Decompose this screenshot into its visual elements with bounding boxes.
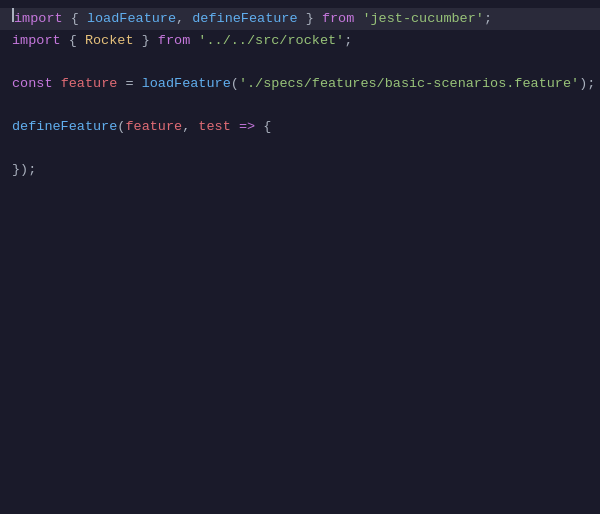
token-string-feature-path: './specs/features/basic-scenarios.featur… bbox=[239, 73, 579, 95]
code-line-2: import { Rocket } from '../../src/rocket… bbox=[0, 30, 600, 52]
token-from-2: from bbox=[158, 30, 190, 52]
token-paren-close-semi: ); bbox=[579, 73, 595, 95]
code-line-6: defineFeature(feature, test => { bbox=[0, 116, 600, 138]
token-space-2 bbox=[190, 30, 198, 52]
token-test-arg: test bbox=[198, 116, 230, 138]
token-paren-open: ( bbox=[231, 73, 239, 95]
token-brace-close-2: } bbox=[134, 30, 158, 52]
code-line-5 bbox=[0, 94, 600, 116]
token-definefeature: defineFeature bbox=[192, 8, 297, 30]
token-string-rocket: '../../src/rocket' bbox=[198, 30, 344, 52]
token-plain-2: { bbox=[61, 30, 85, 52]
code-line-8: }); bbox=[0, 159, 600, 181]
token-close-block: }); bbox=[12, 159, 36, 181]
token-const: const bbox=[12, 73, 53, 95]
token-assign: = bbox=[117, 73, 141, 95]
code-line-4: const feature = loadFeature('./specs/fea… bbox=[0, 73, 600, 95]
token-definefeature-call: defineFeature bbox=[12, 116, 117, 138]
token-import-1: import bbox=[14, 8, 63, 30]
token-feature-arg: feature bbox=[125, 116, 182, 138]
token-semi-2: ; bbox=[344, 30, 352, 52]
token-paren-open-2: ( bbox=[117, 116, 125, 138]
code-editor: import { loadFeature, defineFeature } fr… bbox=[0, 0, 600, 514]
token-space-3 bbox=[53, 73, 61, 95]
token-semi-1: ; bbox=[484, 8, 492, 30]
code-line-1: import { loadFeature, defineFeature } fr… bbox=[0, 8, 600, 30]
token-arrow: => bbox=[239, 116, 255, 138]
token-import-2: import bbox=[12, 30, 61, 52]
token-space-arrow bbox=[231, 116, 239, 138]
token-plain: { bbox=[63, 8, 87, 30]
token-space-brace: { bbox=[255, 116, 271, 138]
token-feature-var: feature bbox=[61, 73, 118, 95]
token-comma-2: , bbox=[182, 116, 198, 138]
token-loadfeature: loadFeature bbox=[87, 8, 176, 30]
code-line-7 bbox=[0, 138, 600, 160]
token-space-1 bbox=[354, 8, 362, 30]
token-from-1: from bbox=[322, 8, 354, 30]
token-rocket: Rocket bbox=[85, 30, 134, 52]
token-string-jest: 'jest-cucumber' bbox=[362, 8, 484, 30]
code-line-3 bbox=[0, 51, 600, 73]
token-comma-1: , bbox=[176, 8, 192, 30]
token-loadfeature-call: loadFeature bbox=[142, 73, 231, 95]
token-brace-close-1: } bbox=[298, 8, 322, 30]
